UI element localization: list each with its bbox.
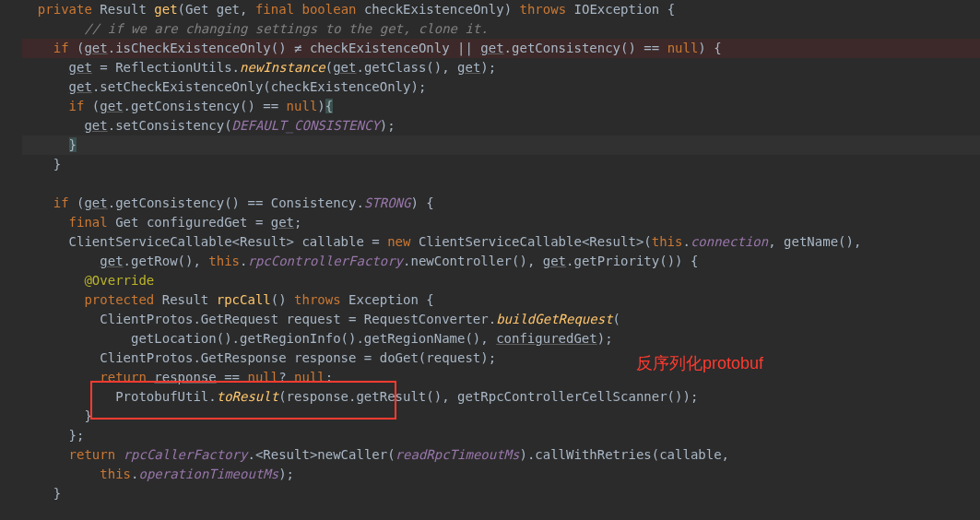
code-line: getLocation().getRegionInfo().getRegionN… [22,329,980,349]
code-line: final Get configuredGet = get; [22,213,980,232]
code-line: ClientProtos.GetRequest request = Reques… [22,310,980,329]
code-line: if (get.getConsistency() == Consistency.… [22,194,980,213]
code-line: @Override [22,271,980,290]
code-line-blank [22,174,980,194]
code-line: return rpcCallerFactory.<Result>newCalle… [22,445,980,465]
code-line: this.operationTimeoutMs); [22,465,980,484]
code-line: protected Result rpcCall() throws Except… [22,290,980,310]
code-line: } [22,484,980,503]
code-line: if (get.getConsistency() == null){ [22,97,980,116]
code-editor[interactable]: private Result get(Get get, final boolea… [0,0,980,503]
code-line-cursor: } [22,136,980,155]
annotation-label: 反序列化protobuf [636,354,763,373]
code-line: }; [22,426,980,445]
code-line: get.setCheckExistenceOnly(checkExistence… [22,77,980,97]
code-line: ClientServiceCallable<Result> callable =… [22,232,980,252]
code-line: get.setConsistency(DEFAULT_CONSISTENCY); [22,116,980,136]
code-line: return response == null? null: [22,368,980,387]
code-line: } [22,155,980,174]
code-line: // if we are changing settings to the ge… [22,19,980,39]
code-line: } [22,407,980,426]
code-line: ClientProtos.GetResponse response = doGe… [22,349,980,368]
comment: // if we are changing settings to the ge… [53,21,489,36]
code-line: private Result get(Get get, final boolea… [22,0,980,19]
code-line: get = ReflectionUtils.newInstance(get.ge… [22,58,980,77]
code-line: ProtobufUtil.toResult(response.getResult… [22,387,980,407]
code-line-highlighted: if (get.isCheckExistenceOnly() ≠ checkEx… [22,39,980,58]
code-line: get.getRow(), this.rpcControllerFactory.… [22,252,980,271]
